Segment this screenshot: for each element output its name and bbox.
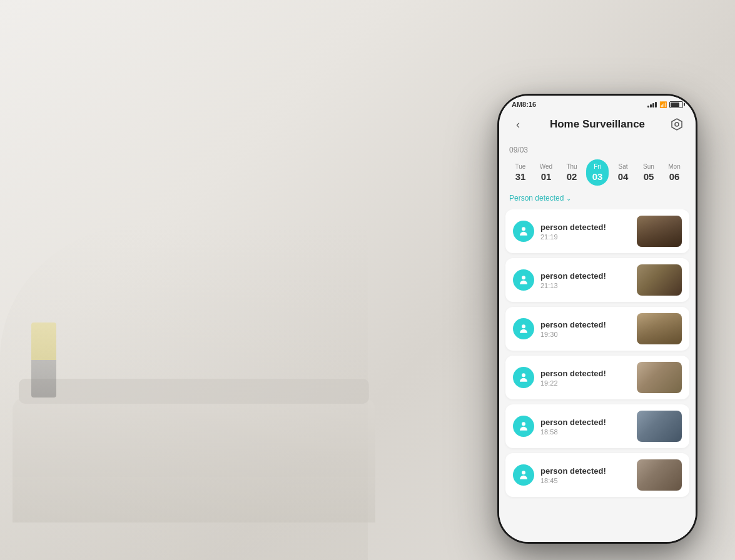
filter-bar: Person detected ⌄ xyxy=(499,186,696,209)
page-title: Home Surveillance xyxy=(550,118,645,131)
battery-icon xyxy=(669,101,683,108)
event-thumbnail xyxy=(637,264,682,296)
event-time: 18:45 xyxy=(540,477,631,484)
event-thumbnail xyxy=(637,216,682,247)
svg-point-2 xyxy=(522,276,525,279)
date-num-label: 06 xyxy=(669,171,680,182)
status-time: AM8:16 xyxy=(512,101,536,108)
event-person-icon xyxy=(513,269,534,291)
back-icon: ‹ xyxy=(516,118,520,131)
event-item[interactable]: person detected! 21:19 xyxy=(505,209,689,253)
event-info: person detected! 18:58 xyxy=(540,418,631,436)
event-item[interactable]: person detected! 18:45 xyxy=(505,453,689,497)
events-list[interactable]: person detected! 21:19 person detected! … xyxy=(499,209,696,529)
date-num-label: 04 xyxy=(618,171,629,182)
date-section: 09/03 Tue 31 Wed 01 Thu 02 Fri 03 Sat 04… xyxy=(499,141,696,186)
event-time: 21:19 xyxy=(540,233,631,241)
date-day-label: Wed xyxy=(540,163,552,170)
event-time: 19:22 xyxy=(540,379,631,387)
event-title: person detected! xyxy=(540,271,631,281)
filter-label: Person detected xyxy=(509,194,564,202)
event-item[interactable]: person detected! 21:13 xyxy=(505,258,689,302)
date-num-label: 02 xyxy=(567,171,577,182)
date-item-05[interactable]: Sun 05 xyxy=(637,159,660,186)
filter-chevron-icon: ⌄ xyxy=(566,195,571,202)
event-item[interactable]: person detected! 19:30 xyxy=(505,307,689,351)
svg-point-6 xyxy=(522,471,525,474)
event-title: person detected! xyxy=(540,222,631,232)
date-num-label: 05 xyxy=(644,171,654,182)
event-person-icon xyxy=(513,416,534,437)
svg-point-5 xyxy=(522,422,525,426)
date-label: 09/03 xyxy=(509,146,686,154)
event-title: person detected! xyxy=(540,320,631,329)
settings-button[interactable] xyxy=(668,116,686,133)
phone-device: AM8:16 📶 ‹ xyxy=(497,94,697,544)
event-time: 21:13 xyxy=(540,282,631,289)
date-day-label: Thu xyxy=(566,163,577,170)
date-item-03[interactable]: Fri 03 xyxy=(586,159,609,186)
date-picker: Tue 31 Wed 01 Thu 02 Fri 03 Sat 04 Sun 0… xyxy=(509,159,686,186)
phone-screen: AM8:16 📶 ‹ xyxy=(499,96,696,542)
date-day-label: Mon xyxy=(668,163,680,170)
svg-point-3 xyxy=(522,324,525,328)
date-num-label: 31 xyxy=(515,171,526,182)
svg-point-4 xyxy=(522,373,525,377)
date-day-label: Tue xyxy=(515,163,526,170)
event-title: person detected! xyxy=(540,466,631,476)
event-time: 18:58 xyxy=(540,428,631,436)
status-icons: 📶 xyxy=(647,101,683,108)
date-item-02[interactable]: Thu 02 xyxy=(560,159,583,186)
back-button[interactable]: ‹ xyxy=(509,116,527,133)
event-item[interactable]: person detected! 19:22 xyxy=(505,356,689,399)
date-day-label: Sun xyxy=(643,163,654,170)
date-num-label: 03 xyxy=(592,171,603,182)
event-thumbnail xyxy=(637,459,682,491)
event-info: person detected! 19:22 xyxy=(540,369,631,387)
event-info: person detected! 19:30 xyxy=(540,320,631,338)
signal-icon xyxy=(647,101,657,108)
event-info: person detected! 18:45 xyxy=(540,466,631,484)
event-thumbnail xyxy=(637,362,682,393)
app-header: ‹ Home Surveillance xyxy=(499,111,696,141)
phone-bottom-bar xyxy=(499,529,696,542)
event-info: person detected! 21:19 xyxy=(540,222,631,241)
couch-decoration xyxy=(13,398,375,522)
event-thumbnail xyxy=(637,411,682,442)
person-detected-filter[interactable]: Person detected ⌄ xyxy=(509,194,571,202)
event-title: person detected! xyxy=(540,418,631,427)
event-item[interactable]: person detected! 18:58 xyxy=(505,404,689,448)
wifi-icon: 📶 xyxy=(659,101,667,108)
event-person-icon xyxy=(513,221,534,242)
date-item-06[interactable]: Mon 06 xyxy=(663,159,686,186)
event-info: person detected! 21:13 xyxy=(540,271,631,289)
event-person-icon xyxy=(513,367,534,388)
date-item-31[interactable]: Tue 31 xyxy=(509,159,532,186)
event-person-icon xyxy=(513,318,534,339)
event-title: person detected! xyxy=(540,369,631,378)
date-item-04[interactable]: Sat 04 xyxy=(612,159,634,186)
event-thumbnail xyxy=(637,313,682,344)
date-day-label: Fri xyxy=(594,163,601,170)
date-day-label: Sat xyxy=(618,163,627,170)
svg-point-0 xyxy=(675,122,679,126)
svg-point-1 xyxy=(522,227,525,231)
settings-icon xyxy=(670,118,684,131)
status-bar: AM8:16 📶 xyxy=(499,96,696,111)
event-person-icon xyxy=(513,464,534,486)
phone-frame: AM8:16 📶 ‹ xyxy=(497,94,697,544)
date-num-label: 01 xyxy=(541,171,552,182)
date-item-01[interactable]: Wed 01 xyxy=(535,159,557,186)
event-time: 19:30 xyxy=(540,331,631,338)
lamp-decoration xyxy=(31,322,56,398)
